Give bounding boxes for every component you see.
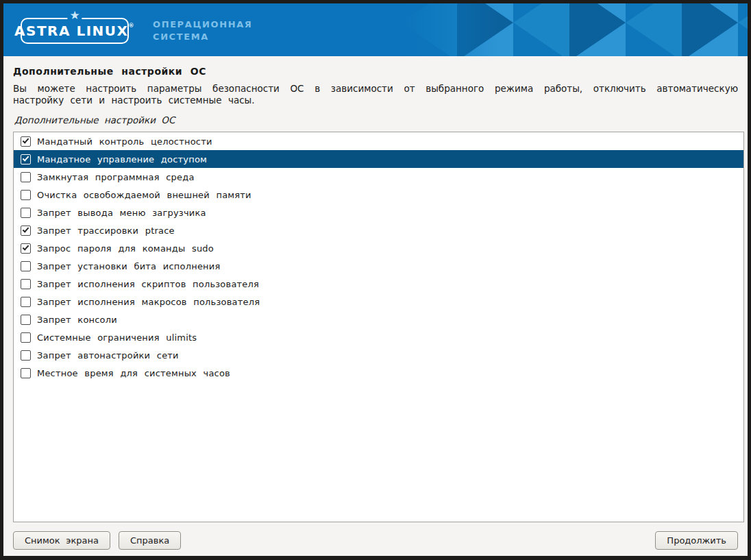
options-list: Мандатный контроль целостности Мандатное… bbox=[13, 132, 744, 522]
option-label: Запрет трассировки ptrace bbox=[37, 226, 175, 236]
registered-mark: ® bbox=[128, 23, 135, 29]
option-label: Системные ограничения ulimits bbox=[37, 332, 197, 343]
option-row[interactable]: Запрет трассировки ptrace bbox=[14, 221, 743, 239]
main-content: Дополнительные настройки ОС Вы можете на… bbox=[3, 56, 748, 556]
footer-buttons: Снимок экрана Справка Продолжить bbox=[13, 531, 738, 550]
option-row[interactable]: Системные ограничения ulimits bbox=[14, 328, 743, 346]
star-icon: ★ bbox=[67, 10, 82, 21]
option-row[interactable]: Мандатное управление доступом bbox=[14, 150, 743, 168]
checkmark-icon bbox=[23, 136, 29, 143]
option-row[interactable]: Запрет исполнения скриптов пользователя bbox=[14, 275, 743, 293]
options-list-label: Дополнительные настройки ОС bbox=[14, 114, 738, 125]
option-label: Местное время для системных часов bbox=[37, 368, 230, 378]
checkbox[interactable] bbox=[21, 332, 31, 343]
option-label: Очистка освобождаемой внешней памяти bbox=[37, 190, 251, 200]
option-label: Мандатное управление доступом bbox=[37, 154, 207, 165]
checkmark-icon bbox=[23, 154, 29, 161]
option-row[interactable]: Запрет вывода меню загрузчика bbox=[14, 204, 743, 221]
checkbox[interactable] bbox=[21, 261, 31, 271]
help-button[interactable]: Справка bbox=[119, 531, 181, 550]
continue-button[interactable]: Продолжить bbox=[655, 531, 738, 550]
option-row[interactable]: Запрет консоли bbox=[14, 311, 743, 328]
option-row[interactable]: Мандатный контроль целостности bbox=[14, 132, 743, 150]
option-row[interactable]: Замкнутая программная среда bbox=[14, 168, 743, 186]
checkbox[interactable] bbox=[21, 368, 31, 378]
installer-window: ★ ASTRA LINUX® ОПЕРАЦИОННАЯ СИСТЕМА Допо… bbox=[0, 0, 751, 560]
checkbox[interactable] bbox=[21, 226, 31, 236]
checkbox[interactable] bbox=[21, 279, 31, 289]
option-label: Запрет исполнения макросов пользователя bbox=[37, 297, 260, 307]
checkbox[interactable] bbox=[21, 154, 31, 165]
option-row[interactable]: Местное время для системных часов bbox=[14, 364, 743, 382]
header-banner: ★ ASTRA LINUX® ОПЕРАЦИОННАЯ СИСТЕМА bbox=[3, 3, 748, 56]
brand-line-1: ОПЕРАЦИОННАЯ bbox=[153, 19, 252, 31]
option-row[interactable]: Очистка освобождаемой внешней памяти bbox=[14, 186, 743, 204]
brand-caption: ОПЕРАЦИОННАЯ СИСТЕМА bbox=[153, 19, 252, 43]
option-row[interactable]: Запрос пароля для команды sudo bbox=[14, 239, 743, 257]
option-label: Мандатный контроль целостности bbox=[37, 136, 212, 147]
option-label: Замкнутая программная среда bbox=[37, 172, 195, 182]
option-row[interactable]: Запрет установки бита исполнения bbox=[14, 257, 743, 275]
option-row[interactable]: Запрет автонастройки сети bbox=[14, 346, 743, 364]
screenshot-button[interactable]: Снимок экрана bbox=[13, 531, 110, 550]
astra-linux-logo: ★ ASTRA LINUX® bbox=[21, 18, 129, 44]
option-label: Запрет консоли bbox=[37, 315, 117, 325]
checkbox[interactable] bbox=[21, 243, 31, 254]
checkbox[interactable] bbox=[21, 350, 31, 361]
checkbox[interactable] bbox=[21, 172, 31, 182]
checkbox[interactable] bbox=[21, 315, 31, 325]
option-row[interactable]: Запрет исполнения макросов пользователя bbox=[14, 293, 743, 311]
checkbox[interactable] bbox=[21, 297, 31, 307]
page-title: Дополнительные настройки ОС bbox=[3, 56, 748, 77]
option-label: Запрет автонастройки сети bbox=[37, 350, 179, 361]
option-label: Запрет исполнения скриптов пользователя bbox=[37, 279, 259, 289]
checkbox[interactable] bbox=[21, 190, 31, 200]
option-label: Запрет вывода меню загрузчика bbox=[37, 208, 206, 218]
logo-text: ASTRA LINUX® bbox=[14, 23, 135, 39]
checkmark-icon bbox=[23, 243, 29, 250]
brand-line-2: СИСТЕМА bbox=[153, 31, 252, 43]
option-label: Запрос пароля для команды sudo bbox=[37, 243, 214, 254]
option-label: Запрет установки бита исполнения bbox=[37, 261, 220, 271]
page-description: Вы можете настроить параметры безопаснос… bbox=[13, 83, 738, 106]
checkmark-icon bbox=[23, 226, 29, 232]
checkbox[interactable] bbox=[21, 208, 31, 218]
checkbox[interactable] bbox=[21, 136, 31, 147]
header-geometric-pattern bbox=[401, 3, 748, 56]
